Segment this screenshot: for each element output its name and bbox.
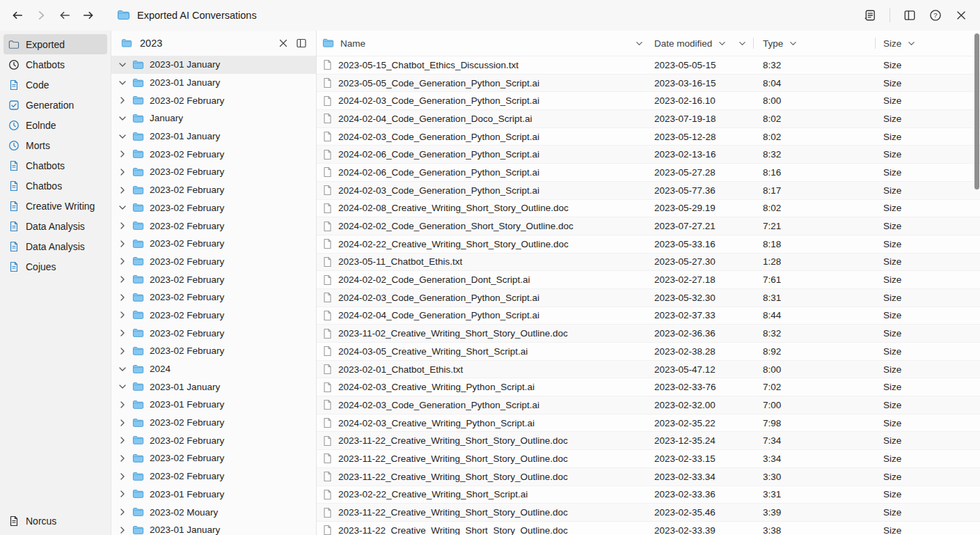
tree-item[interactable]: 2023-01 January [111,521,316,535]
tree-item[interactable]: 2023-02 February [111,324,316,342]
tree-item[interactable]: 2023-01 January [111,74,316,92]
column-header-type[interactable]: Type [763,31,797,56]
file-row[interactable]: 2024-02-03_Creative_Writing_Python_Scrip… [317,378,980,396]
file-row[interactable]: 2024-03-05_Creative_Writing_Short_Script… [317,343,980,361]
chevron-down-icon[interactable] [118,132,127,141]
chevron-right-icon[interactable] [118,222,127,230]
sidebar-item-creative-writing[interactable]: Creative Writing [3,196,107,216]
file-row[interactable]: 2023-02-22_Creative_Writing_Short_Script… [317,486,980,504]
tree-item[interactable]: 2023-02 February [111,270,316,288]
chevron-right-icon[interactable] [118,293,127,302]
sidebar-item-data-analysis[interactable]: Data Analysis [3,216,107,236]
chevron-down-icon[interactable] [118,79,127,87]
chevron-right-icon[interactable] [118,401,127,409]
file-row[interactable]: 2024-02-22_Creative_Writing_Short_Story_… [317,235,980,254]
tree-item[interactable]: 2023-02 February [111,253,316,271]
column-header-size[interactable]: Size [883,31,915,56]
chevron-right-icon[interactable] [118,150,127,158]
chevron-right-icon[interactable] [118,436,127,444]
file-row[interactable]: 2023-05-05_Code_Generation_Python_Script… [317,75,980,93]
column-header-name[interactable]: Name [322,31,365,56]
forward-arrow-icon[interactable] [82,9,95,22]
file-row[interactable]: 2023-05-11_Chatbot_Ethis.txt2023-05-27.3… [317,254,980,272]
tree-item[interactable]: 2023-02 February [111,235,316,253]
tree-item[interactable]: 2023-02 February [111,342,316,360]
tree-item[interactable]: 2023-02 February [111,414,316,432]
tree-item[interactable]: 2023-01 January [111,378,316,396]
file-row[interactable]: 2024-02-03_Code_Generation_Python_Script… [317,128,980,146]
tree-item[interactable]: 2023-02 February [111,288,316,307]
sidebar-item-chatbots[interactable]: Chatbots [3,54,107,75]
chevron-right-icon[interactable] [118,240,127,248]
tree-item[interactable]: 2023-02 February [111,163,316,181]
chevron-down-icon[interactable] [118,114,127,123]
file-row[interactable]: 2023-11-22_Creative_Writing_Short_Story_… [317,432,980,450]
chevron-down-icon[interactable] [118,382,127,391]
chevron-right-icon[interactable] [118,419,127,427]
file-row[interactable]: 2024-02-03_Code_Generation_Python_Script… [317,92,980,110]
vertical-scrollbar[interactable] [974,31,979,535]
tree-item[interactable]: 2023-01 January [111,127,316,146]
chevron-right-icon[interactable] [118,329,127,337]
chevron-right-icon[interactable] [118,96,127,104]
back-arrow-icon[interactable] [58,9,71,22]
sidebar-item-cojues[interactable]: Cojues [3,256,107,277]
close-pane-icon[interactable] [278,38,289,49]
scrollbar-thumb[interactable] [974,33,979,189]
tree-item[interactable]: 2023-02 February [111,217,316,235]
file-row[interactable]: 2024-02-08_Creative_Writing_Short_Story_… [317,200,980,218]
clipboard-icon[interactable] [864,9,876,22]
file-row[interactable]: 2024-02-03_Code_Generation_Python_Script… [317,396,980,414]
chevron-right-icon[interactable] [118,508,127,516]
tree-item[interactable]: 2024 [111,360,316,378]
chevron-right-icon[interactable] [118,454,127,463]
chevron-right-icon[interactable] [118,311,127,319]
chevron-right-icon[interactable] [118,490,127,498]
tree-item[interactable]: 2023-01 January [111,56,316,74]
file-row[interactable]: 2024-02-06_Code_Generation_Python_Script… [317,146,980,164]
chevron-right-icon[interactable] [118,472,127,481]
file-row[interactable]: 2023-11-22_Creative_Writing_Short_Story_… [317,450,980,468]
tree-item[interactable]: 2023-02 February [111,307,316,325]
tree-item[interactable]: 2023-02 February [111,431,316,449]
file-row[interactable]: 2024-02-03_Code_Generation_Python_Script… [317,289,980,307]
file-row[interactable]: 2023-02-01_Chatbot_Ethis.txt2023-05-47.1… [317,361,980,379]
pane-toggle-icon[interactable] [296,38,307,49]
file-row[interactable]: 2023-11-02_Creative_Writing_Short_Story_… [317,325,980,343]
sidebar-item-eolnde[interactable]: Eolnde [3,115,107,135]
tree-item[interactable]: 2023-01 February [111,396,316,414]
chevron-down-icon[interactable] [118,203,127,212]
forward-chevron-icon[interactable] [35,9,47,22]
tree-item[interactable]: 2023-02 Mouary [111,503,316,521]
tree-item[interactable]: January [111,109,316,127]
tree-item[interactable]: 2023-02 February [111,91,316,109]
chevron-right-icon[interactable] [118,168,127,176]
file-row[interactable]: 2024-02-06_Code_Generation_Python_Script… [317,164,980,182]
file-row[interactable]: 2023-11-22_Creative_Writing_Short_Story_… [317,504,980,522]
tree-item[interactable]: 2023-02 February [111,145,316,163]
sidebar-item-chatbos[interactable]: Chatbos [3,176,107,196]
sidebar-item-morts[interactable]: Morts [3,135,107,155]
tree-item[interactable]: 2023-02 February [111,467,316,486]
file-row[interactable]: 2023-05-15_Chatbot_Ethics_Discussion.txt… [317,56,980,75]
chevron-down-icon[interactable] [118,61,127,69]
file-row[interactable]: 2023-11-22_Creative_Writing_Short_Story_… [317,468,980,486]
sidebar-item-data-analysis[interactable]: Data Analysis [3,236,107,256]
file-row[interactable]: 2024-02-04_Code_Generation_Doco_Script.a… [317,110,980,128]
chevron-right-icon[interactable] [118,275,127,284]
tree-item[interactable]: 2023-02 February [111,181,316,199]
sidebar-item-generation[interactable]: Generation [3,95,107,115]
chevron-right-icon[interactable] [118,257,127,265]
file-row[interactable]: 2024-02-02_Code_Generation_Short_Story_O… [317,217,980,235]
help-icon[interactable]: ? [929,9,942,22]
chevron-right-icon[interactable] [118,526,127,534]
date-extra-chevron-icon[interactable] [738,31,746,56]
sidebar-item-norcus[interactable]: Norcus [3,511,107,531]
file-row[interactable]: 2023-11-22_Creative_Writing_Short_Story_… [317,522,980,535]
tree-item[interactable]: 2023-02 February [111,199,316,217]
tree-item[interactable]: 2023-02 February [111,449,316,467]
file-row[interactable]: 2024-02-03_Creative_Writing_Python_Scrip… [317,414,980,433]
chevron-right-icon[interactable] [118,186,127,194]
sidebar-item-exported[interactable]: Exported [3,34,107,54]
close-icon[interactable] [955,9,967,22]
